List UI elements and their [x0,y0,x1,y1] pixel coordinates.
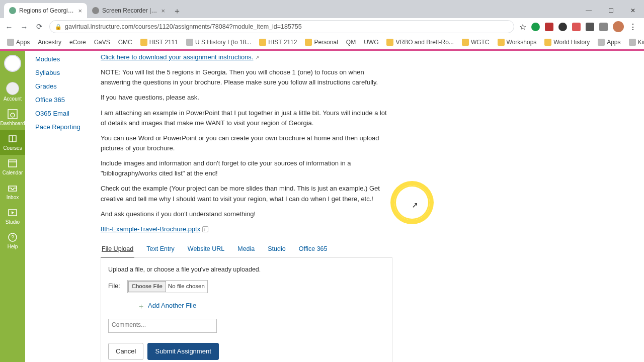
add-another-file[interactable]: ＋ Add Another File [137,300,385,312]
page-icon [186,39,193,46]
tab-website-url[interactable]: Website URL [187,241,225,257]
extension-icon[interactable] [531,23,540,31]
bookmark-item[interactable]: Kindle Cloud Reader [626,38,645,47]
body-text: Check out the example (Your project can … [101,184,392,204]
url-input[interactable]: 🔒 gavirtual.instructure.com/courses/1120… [49,20,514,33]
note-text: NOTE: You will list the 5 regions in Geo… [101,67,392,87]
minimize-button[interactable]: — [578,3,600,18]
download-instructions-link[interactable]: Click here to download your assignment i… [101,53,253,61]
extension-icon[interactable] [558,23,567,31]
comments-input[interactable] [108,319,217,333]
bookmark-folder[interactable]: World History [541,38,593,47]
global-nav-calendar[interactable]: Calendar [0,155,25,179]
bookmark-folder[interactable]: WGTC [459,38,493,47]
tab-title: Screen Recorder | Screencast-O [102,7,158,14]
profile-avatar[interactable] [613,21,624,32]
favicon-icon [9,7,16,14]
body-text: I am attaching an example in PowerPoint … [101,108,392,128]
bookmark-folder[interactable]: HIST 2112 [256,38,300,47]
extension-icon[interactable] [572,23,581,31]
apps-button[interactable]: Apps [4,38,33,47]
tab-file-upload[interactable]: File Upload [101,241,134,258]
global-nav-courses[interactable]: Courses [0,130,25,155]
inbox-icon [7,183,18,194]
upload-hint: Upload a file, or choose a file you've a… [108,265,385,275]
bookmark-folder[interactable]: Personal [302,38,341,47]
global-nav-logo[interactable] [0,51,25,79]
course-nav-pace[interactable]: Pace Reporting [31,120,94,134]
new-tab-button[interactable]: ＋ [170,4,184,18]
bookmark-folder[interactable]: HIST 2111 [137,38,181,47]
global-nav-inbox[interactable]: Inbox [0,179,25,204]
course-nav-office365[interactable]: Office 365 [31,93,94,107]
bookmark-item[interactable]: QM [343,38,359,47]
favicon-icon [92,7,99,14]
tab-media[interactable]: Media [236,241,256,257]
global-nav-help[interactable]: ?Help [0,229,25,253]
course-nav-o365email[interactable]: O365 Email [31,107,94,120]
highlight-annotation [394,185,430,220]
tab-office365[interactable]: Office 365 [298,241,329,257]
maximize-button[interactable]: ☐ [600,3,622,18]
course-nav-modules[interactable]: Modules [31,52,94,66]
folder-icon [544,39,551,46]
course-nav-syllabus[interactable]: Syllabus [31,66,94,79]
upload-panel: Upload a file, or choose a file you've a… [101,258,392,362]
apps-icon [7,39,14,46]
tab-text-entry[interactable]: Text Entry [145,241,176,257]
global-nav-account[interactable]: Account [0,79,25,106]
cancel-button[interactable]: Cancel [108,343,143,360]
download-icon[interactable] [202,226,208,232]
tab-active[interactable]: Regions of Georgia Brochure As × [4,3,87,18]
course-nav-grades[interactable]: Grades [31,79,94,93]
page-body: Account Dashboard Courses Calendar Inbox… [0,49,644,362]
extension-icon[interactable] [545,23,553,31]
bookmark-item[interactable]: GaVS [91,38,113,47]
choose-file-button[interactable]: Choose File [128,281,166,292]
body-text: And ask questions if you don't understan… [101,209,392,219]
tab-inactive[interactable]: Screen Recorder | Screencast-O × [87,3,170,18]
plus-icon: ＋ [137,300,145,312]
file-label: File: [108,282,120,291]
dashboard-icon [7,109,18,120]
bookmark-folder[interactable]: Workshops [495,38,540,47]
bookmark-item[interactable]: Ancestry [35,38,64,47]
close-window-button[interactable]: ✕ [622,3,644,18]
apps-icon [598,39,605,46]
submit-assignment-button[interactable]: Submit Assignment [147,343,218,360]
attachment-link[interactable]: 8th-Example-Travel-Brochure.pptx [101,225,200,233]
course-nav: Modules Syllabus Grades Office 365 O365 … [31,52,94,134]
forward-button[interactable]: → [19,22,29,32]
extension-icon[interactable] [586,23,594,31]
extensions-menu-icon[interactable] [599,23,608,31]
back-button[interactable]: ← [4,22,14,32]
chrome-menu-icon[interactable]: ⋮ [629,22,637,32]
body-text: You can use Word or PowerPoint or you ca… [101,133,392,153]
close-icon[interactable]: × [161,7,165,15]
global-nav: Account Dashboard Courses Calendar Inbox… [0,51,25,253]
bookmark-star-icon[interactable]: ☆ [519,22,526,32]
page-icon [629,39,636,46]
global-nav-dashboard[interactable]: Dashboard [0,106,25,130]
svg-rect-4 [9,186,17,191]
reload-button[interactable]: ⟳ [34,22,44,32]
bookmark-item[interactable]: U S History I (to 18... [183,38,254,47]
apps-button[interactable]: Apps [595,38,623,47]
body-text: If you have questions, please ask. [101,93,392,103]
bookmark-item[interactable]: UWG [361,38,381,47]
submit-tabs: File Upload Text Entry Website URL Media… [101,241,392,258]
tab-title: Regions of Georgia Brochure As [19,7,75,14]
global-nav-studio[interactable]: Studio [0,204,25,229]
bookmark-item[interactable]: GMC [115,38,135,47]
lock-icon: 🔒 [55,24,62,30]
bookmark-folder[interactable]: VRBO and Brett-Ro... [383,38,456,47]
folder-icon [462,39,469,46]
bookmark-item[interactable]: eCore [66,38,89,47]
toolbar-right: ☆ ⋮ [519,21,640,32]
file-input[interactable]: Choose File No file chosen [127,280,208,293]
accent-bar [0,49,644,51]
logo-icon [4,55,21,72]
help-icon: ? [7,232,18,243]
tab-studio[interactable]: Studio [267,241,286,257]
close-icon[interactable]: × [78,7,82,15]
